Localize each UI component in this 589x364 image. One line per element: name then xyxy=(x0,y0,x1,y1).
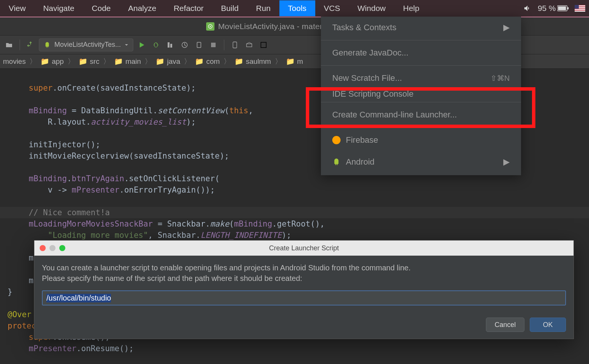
battery-icon xyxy=(557,5,569,11)
breadcrumb-item[interactable]: 📁java xyxy=(153,57,183,66)
volume-icon[interactable] xyxy=(523,4,532,12)
breadcrumb-item[interactable]: 📁com xyxy=(192,57,223,66)
sdk-manager-button[interactable] xyxy=(243,39,255,51)
folder-icon: 📁 xyxy=(79,57,88,66)
menu-navigate[interactable]: Navigate xyxy=(34,0,83,16)
svg-rect-8 xyxy=(197,42,201,48)
open-button[interactable] xyxy=(3,39,15,51)
breadcrumb-item[interactable]: 📁main xyxy=(111,57,144,66)
dialog-description-line2: Please specify the name of the script an… xyxy=(42,273,566,284)
dialog-titlebar[interactable]: Create Launcher Script xyxy=(34,241,574,256)
folder-icon: 📁 xyxy=(114,57,123,66)
menu-item-create-command-line-launcher[interactable]: Create Command-line Launcher... xyxy=(321,104,521,126)
folder-icon: 📁 xyxy=(195,57,204,66)
dialog-description-line1: You can create a launcher script to enab… xyxy=(42,262,566,273)
coverage-button[interactable] xyxy=(164,39,176,51)
menu-item-new-scratch-file[interactable]: New Scratch File...⇧⌘N xyxy=(321,67,521,89)
svg-point-4 xyxy=(210,26,211,27)
keyboard-shortcut: ⇧⌘N xyxy=(490,74,510,83)
launcher-path-input[interactable] xyxy=(42,290,566,305)
svg-rect-2 xyxy=(567,7,569,9)
menu-item-ide-scripting-console[interactable]: IDE Scripting Console xyxy=(321,89,521,100)
svg-rect-6 xyxy=(170,44,172,48)
chevron-down-icon xyxy=(125,43,128,47)
svg-rect-11 xyxy=(247,44,252,47)
ok-button[interactable]: OK xyxy=(530,318,566,332)
submenu-arrow-icon: ▶ xyxy=(503,157,510,167)
dialog-title: Create Launcher Script xyxy=(269,244,339,252)
profile-button[interactable] xyxy=(179,39,191,51)
menu-item-firebase[interactable]: Firebase xyxy=(321,129,521,151)
zoom-window-button[interactable] xyxy=(59,245,65,251)
folder-icon: 📁 xyxy=(286,57,295,66)
menu-run[interactable]: Run xyxy=(247,0,279,16)
menu-window[interactable]: Window xyxy=(349,0,395,16)
stop-button[interactable] xyxy=(207,39,219,51)
layout-inspector-button[interactable] xyxy=(257,39,270,51)
avd-manager-button[interactable] xyxy=(229,39,241,51)
battery-status[interactable]: 95 % xyxy=(538,4,569,13)
folder-icon: 📁 xyxy=(156,57,165,66)
minimize-window-button[interactable] xyxy=(49,245,56,251)
breadcrumb-item[interactable]: 📁src xyxy=(76,57,102,66)
run-configuration-selector[interactable]: MovieListActivityTes... xyxy=(39,39,133,51)
breadcrumb-item[interactable]: 📁saulmm xyxy=(231,57,274,66)
menu-code[interactable]: Code xyxy=(83,0,119,16)
svg-rect-9 xyxy=(211,43,216,47)
svg-rect-12 xyxy=(261,42,266,48)
menu-refactor[interactable]: Refactor xyxy=(165,0,212,16)
svg-rect-10 xyxy=(233,42,237,48)
battery-percent: 95 % xyxy=(538,4,556,13)
create-launcher-script-dialog: Create Launcher Script You can create a … xyxy=(34,240,574,339)
svg-rect-1 xyxy=(558,6,566,10)
run-button[interactable] xyxy=(136,39,148,51)
breadcrumb-item[interactable]: 📁app xyxy=(37,57,67,66)
menu-analyze[interactable]: Analyze xyxy=(119,0,165,16)
firebase-icon xyxy=(332,136,341,144)
input-source-us-flag-icon[interactable] xyxy=(575,5,585,12)
run-config-label: MovieListActivityTes... xyxy=(54,41,121,49)
breadcrumb-item[interactable]: movies xyxy=(0,57,29,66)
svg-rect-5 xyxy=(168,42,170,48)
attach-debugger-button[interactable] xyxy=(193,39,205,51)
menu-vcs[interactable]: VCS xyxy=(315,0,349,16)
cancel-button[interactable]: Cancel xyxy=(486,318,524,332)
sync-button[interactable] xyxy=(25,39,37,51)
menu-build[interactable]: Build xyxy=(212,0,247,16)
submenu-arrow-icon: ▶ xyxy=(503,23,510,32)
android-test-icon xyxy=(44,42,51,48)
menu-item-generate-javadoc[interactable]: Generate JavaDoc... xyxy=(321,42,521,64)
breadcrumb-item[interactable]: 📁m xyxy=(283,57,306,66)
debug-button[interactable] xyxy=(150,39,162,51)
menubar-status: 95 % xyxy=(523,4,589,13)
folder-icon: 📁 xyxy=(234,57,244,66)
file-type-icon xyxy=(206,22,214,31)
folder-icon: 📁 xyxy=(40,57,49,66)
menu-view[interactable]: View xyxy=(0,0,34,16)
menu-help[interactable]: Help xyxy=(394,0,428,16)
macos-menubar: View Navigate Code Analyze Refactor Buil… xyxy=(0,0,589,17)
menu-item-tasks-contexts[interactable]: Tasks & Contexts▶ xyxy=(321,17,521,39)
tools-dropdown-menu: Tasks & Contexts▶ Generate JavaDoc... Ne… xyxy=(321,17,521,175)
menu-item-android[interactable]: Android▶ xyxy=(321,151,521,173)
menu-tools[interactable]: Tools xyxy=(279,0,315,16)
close-window-button[interactable] xyxy=(40,245,46,251)
android-icon xyxy=(332,158,341,166)
